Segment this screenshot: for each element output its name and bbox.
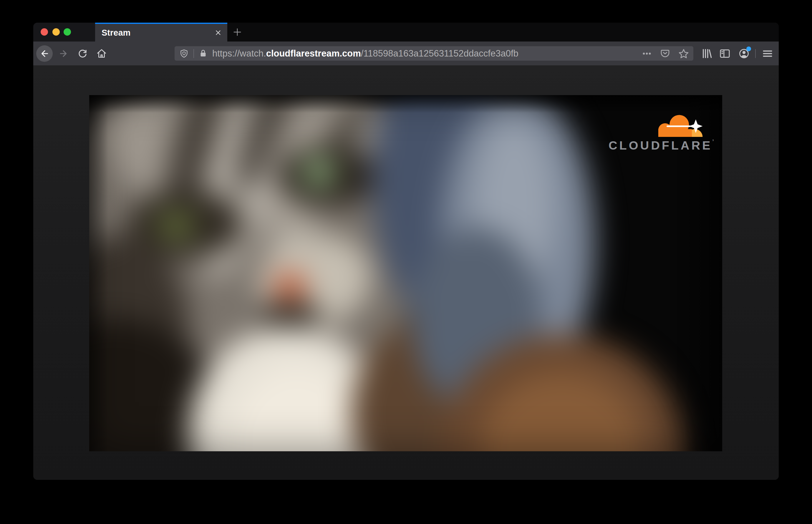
navigation-toolbar: https://watch.cloudflarestream.com/11859… — [33, 42, 779, 65]
video-player[interactable]: CLOUDFLARE’ — [89, 95, 722, 451]
back-button[interactable] — [36, 45, 53, 62]
cloudflare-logo: CLOUDFLARE’ — [608, 112, 706, 152]
account-notification-badge — [746, 47, 751, 51]
cloudflare-cloud-icon — [654, 112, 704, 137]
sidebar-button[interactable] — [719, 48, 731, 60]
cloudflare-wordmark: CLOUDFLARE’ — [608, 138, 706, 152]
home-icon — [96, 48, 107, 59]
page-actions-ellipsis-icon[interactable] — [642, 48, 652, 59]
url-text[interactable]: https://watch.cloudflarestream.com/11859… — [212, 48, 634, 59]
sidebar-icon — [719, 48, 731, 60]
account-button[interactable] — [738, 48, 750, 60]
url-domain: cloudflarestream.com — [266, 48, 361, 59]
forward-button[interactable] — [58, 48, 69, 59]
new-tab-button[interactable] — [233, 28, 242, 36]
page-content: CLOUDFLARE’ — [33, 65, 779, 480]
desktop: { "window": { "controls": { "close": "cl… — [0, 0, 812, 524]
reload-button[interactable] — [77, 48, 88, 59]
tab-stream[interactable]: Stream — [95, 23, 227, 42]
minimize-window-button[interactable] — [52, 28, 60, 36]
url-prefix: https://watch. — [212, 48, 266, 59]
cloudflare-trademark: ’ — [712, 138, 714, 145]
menu-hamburger-icon — [762, 48, 774, 60]
bookmark-star-icon[interactable] — [678, 48, 689, 59]
urlbar-divider — [193, 49, 194, 58]
library-button[interactable] — [701, 48, 713, 60]
pocket-icon[interactable] — [660, 48, 670, 59]
forward-icon — [59, 49, 69, 59]
window-controls — [33, 23, 95, 42]
zoom-window-button[interactable] — [64, 28, 71, 36]
lock-icon[interactable] — [199, 49, 208, 58]
tab-close-icon[interactable] — [214, 29, 222, 36]
back-icon — [39, 49, 49, 59]
menu-button[interactable] — [762, 48, 774, 60]
toolbar-divider — [755, 49, 756, 58]
url-path: /118598a163a125631152ddaccfe3a0fb — [361, 48, 518, 59]
url-bar[interactable]: https://watch.cloudflarestream.com/11859… — [175, 46, 693, 61]
home-button[interactable] — [96, 48, 107, 59]
tracking-shield-icon[interactable] — [179, 49, 189, 58]
close-window-button[interactable] — [40, 28, 48, 36]
tab-title: Stream — [101, 24, 130, 42]
browser-window: Stream — [33, 23, 779, 480]
library-icon — [701, 48, 713, 60]
tab-bar: Stream — [33, 23, 779, 42]
reload-icon — [78, 49, 88, 59]
